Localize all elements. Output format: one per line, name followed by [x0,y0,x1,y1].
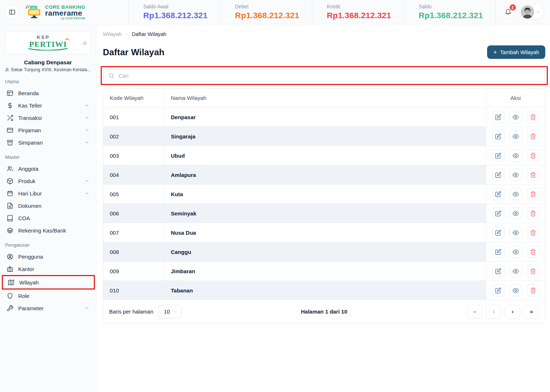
edit-button[interactable] [492,207,505,219]
sidebar-item-rekening-kas-bank[interactable]: Rekening Kas/Bank [0,224,96,237]
main-content: Wilayah Daftar Wilayah Daftar Wilayah + … [96,24,550,392]
dollar-icon [7,102,13,109]
plus-icon: + [493,49,497,55]
sidebar-item-parameter[interactable]: Parameter [0,302,96,314]
edit-button[interactable] [492,149,505,162]
view-button[interactable] [510,284,522,296]
sidebar-item-anggota[interactable]: Anggota [0,162,96,175]
delete-button[interactable] [527,246,539,258]
sidebar-item-pengguna[interactable]: Pengguna [0,250,96,263]
trash-icon [530,191,536,197]
sidebar-item-simpanan[interactable]: Simpanan [0,136,96,149]
eye-icon [513,172,519,178]
sidebar-item-transaksi[interactable]: Transaksi [0,112,96,124]
view-button[interactable] [510,169,522,181]
search-input[interactable] [118,72,540,79]
view-button[interactable] [510,246,522,258]
page-title: Daftar Wilayah [103,47,164,57]
sidebar-item-dokumen[interactable]: Dokumen [0,199,96,212]
sidebar-section: Utama Beranda Kas Teller Transaksi Pinja… [0,79,96,149]
search-box [104,69,545,82]
sidebar-item-produk[interactable]: Produk [0,175,96,187]
chevron-down-icon [536,10,541,15]
sidebar-item-kantor[interactable]: Kantor [0,263,96,275]
chevron-down-icon [84,103,89,108]
table-cell-kode: 006 [103,204,164,223]
table-row: 006 Seminyak [103,203,545,223]
edit-button[interactable] [492,226,505,239]
last-page-button[interactable]: » [524,305,539,319]
chevron-down-icon [84,191,89,196]
stat-debet: Debet Rp1.368.212.321 [220,0,312,24]
delete-button[interactable] [527,188,539,200]
table-cell-nama: Jimbaran [164,262,486,280]
delete-button[interactable] [527,149,539,162]
view-button[interactable] [510,149,522,162]
sidebar-item-pinjaman[interactable]: Pinjaman [0,124,96,136]
sidebar-item-hari-libur[interactable]: Hari Libur [0,187,96,199]
sidebar-item-wilayah[interactable]: Wilayah [2,275,95,290]
table-cell-kode: 005 [103,185,164,203]
edit-button[interactable] [492,169,505,181]
delete-button[interactable] [527,207,539,219]
previous-page-button[interactable]: ‹ [486,305,501,319]
delete-button[interactable] [527,265,539,277]
next-page-button[interactable]: › [505,305,520,319]
chevron-right-icon [125,32,129,36]
delete-button[interactable] [527,169,539,181]
view-button[interactable] [510,226,522,239]
sidebar-item-kas-teller[interactable]: Kas Teller [0,99,96,112]
rows-per-page-select[interactable]: 10 [158,305,182,318]
delete-button[interactable] [527,111,539,123]
column-header-kode: Kode Wilayah [103,88,164,107]
delete-button[interactable] [527,284,539,296]
add-wilayah-button[interactable]: + Tambah Wilayah [487,45,545,59]
breadcrumb-parent[interactable]: Wilayah [103,31,122,37]
edit-icon [495,153,501,159]
calendar-icon [7,190,13,197]
wilayah-table-card: Kode Wilayah Nama Wilayah Aksi 001 Denpa… [103,88,545,323]
edit-button[interactable] [492,265,505,277]
first-page-button[interactable]: « [467,305,482,319]
sidebar-item-label: Role [18,293,29,299]
sidebar-item-label: Dokumen [18,203,41,209]
notifications-button[interactable]: 3 [502,6,514,18]
edit-button[interactable] [492,130,505,142]
sidebar-item-label: Simpanan [18,140,43,146]
table-cell-kode: 007 [103,223,164,242]
delete-button[interactable] [527,130,539,142]
sidebar-item-coa[interactable]: COA [0,212,96,224]
chevron-down-icon [84,128,89,133]
table-cell-kode: 010 [103,281,164,300]
table-cell-nama: Singaraja [164,127,486,146]
chevron-down-icon [84,178,89,183]
edit-button[interactable] [492,284,505,296]
view-button[interactable] [510,188,522,200]
map-icon [8,279,15,286]
sidebar-nav: Utama Beranda Kas Teller Transaksi Pinja… [0,79,96,314]
sidebar-item-label: Wilayah [19,279,39,286]
collapse-sidebar-button[interactable]: ◇ [82,39,87,46]
branch-name: Cabang Denpasar [0,59,96,66]
book-icon [7,215,13,222]
eye-icon [513,268,519,274]
view-button[interactable] [510,265,522,277]
delete-button[interactable] [527,226,539,239]
sidebar-item-beranda[interactable]: Beranda [0,87,96,99]
trash-icon [530,230,536,236]
edit-button[interactable] [492,188,505,200]
edit-button[interactable] [492,111,505,123]
edit-button[interactable] [492,246,505,258]
table-header-row: Kode Wilayah Nama Wilayah Aksi [103,88,545,107]
sidebar-toggle-button[interactable] [5,5,19,19]
view-button[interactable] [510,111,522,123]
search-icon [108,73,115,79]
view-button[interactable] [510,130,522,142]
sidebar-section-label: Master [5,154,96,160]
table-row: 003 Ubud [103,146,545,165]
view-button[interactable] [510,207,522,219]
notification-badge: 3 [510,4,516,11]
sidebar-item-role[interactable]: Role [0,290,96,302]
stat-saldo: Saldo Rp1.368.212.321 [404,0,496,24]
user-menu[interactable] [519,4,544,20]
